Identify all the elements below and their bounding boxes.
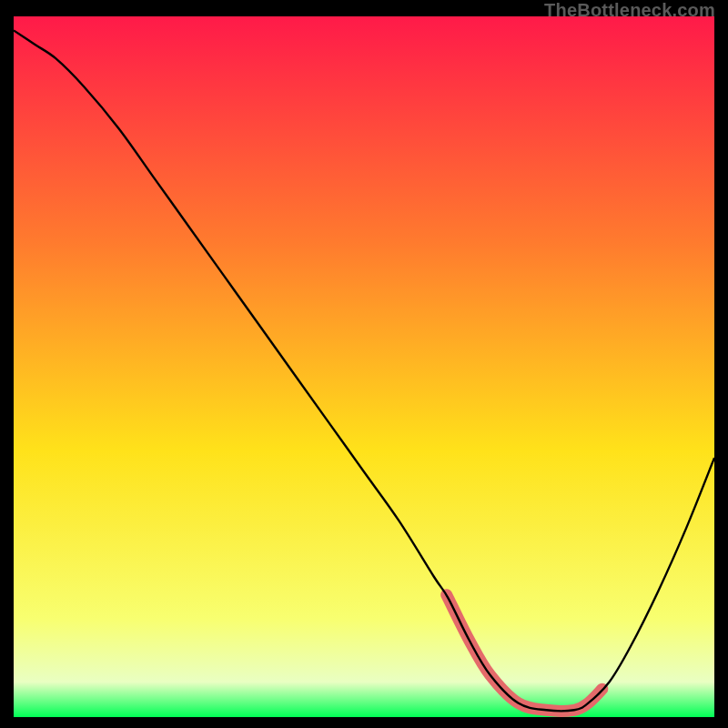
gradient-background: [14, 16, 714, 717]
watermark-text: TheBottleneck.com: [544, 0, 715, 21]
chart-container: { "watermark": "TheBottleneck.com", "col…: [0, 0, 728, 728]
bottleneck-plot: [14, 16, 714, 717]
